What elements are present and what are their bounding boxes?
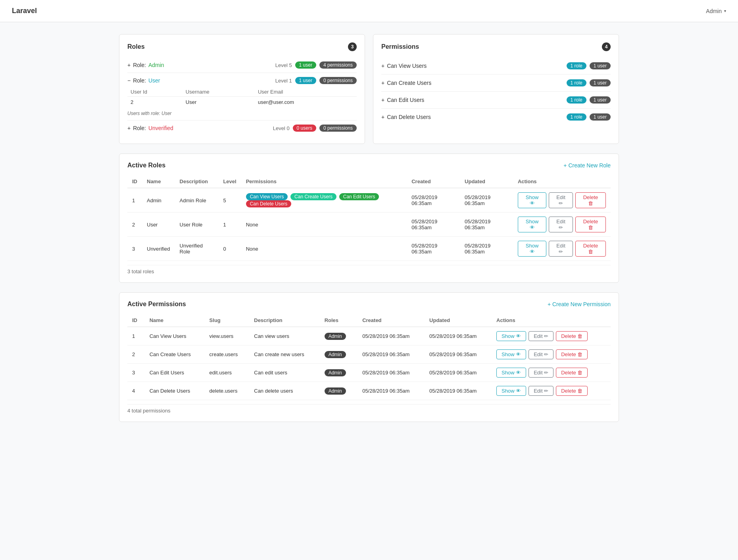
app-brand: Laravel: [12, 7, 37, 15]
perm-slug: view.users: [205, 327, 250, 345]
permission-name-edit: Can Edit Users: [387, 97, 424, 103]
edit-button[interactable]: Edit ✏: [549, 241, 573, 257]
roles-panel: Roles 3 + Role: Admin Level 5 1 user 4 p…: [119, 34, 365, 144]
role-users-badge-user: 1 user: [295, 77, 316, 84]
perm-roles: Admin: [320, 382, 358, 400]
row-actions: Show 👁 Edit ✏ Delete 🗑: [513, 213, 611, 237]
row-level: 1: [218, 213, 241, 237]
create-permission-link[interactable]: + Create New Permission: [548, 301, 611, 307]
table-row: 4 Can Delete Users delete.users Can dele…: [127, 382, 611, 400]
col-description: Description: [249, 314, 319, 327]
role-tag: Admin: [325, 387, 346, 395]
roles-table-header-row: ID Name Description Level Permissions Cr…: [127, 175, 611, 188]
perm-actions: Show 👁 Edit ✏ Delete 🗑: [492, 327, 611, 345]
show-button[interactable]: Show 👁: [496, 349, 526, 359]
row-created: 05/28/2019 06:35am: [407, 213, 460, 237]
edit-button[interactable]: Edit ✏: [529, 331, 554, 341]
role-permissions-badge-user: 0 permissions: [319, 77, 357, 84]
expand-icon-delete[interactable]: +: [381, 114, 384, 120]
perm-role-badge-delete: 1 role: [567, 113, 586, 121]
table-row: 2 User User Role 1 None 05/28/2019 06:35…: [127, 213, 611, 237]
perm-roles: Admin: [320, 345, 358, 364]
perm-user-badge-view: 1 user: [590, 62, 611, 69]
row-permissions: None: [241, 213, 407, 237]
role-name-admin[interactable]: Admin: [148, 62, 164, 68]
delete-button[interactable]: Delete 🗑: [575, 217, 606, 232]
role-meta-user: Level 1 1 user 0 permissions: [275, 77, 357, 84]
perm-name: Can View Users: [145, 327, 205, 345]
expand-icon-admin[interactable]: +: [127, 62, 131, 68]
expand-icon-edit[interactable]: +: [381, 97, 384, 103]
perm-created: 05/28/2019 06:35am: [357, 327, 425, 345]
permission-item-delete: + Can Delete Users 1 role 1 user: [381, 109, 611, 125]
role-tag: Admin: [325, 351, 346, 358]
perm-role-badge-create: 1 role: [567, 79, 586, 86]
row-updated: 05/28/2019 06:35am: [460, 237, 513, 261]
expand-icon-user[interactable]: −: [127, 77, 131, 84]
actions-cell: Show 👁 Edit ✏ Delete 🗑: [496, 386, 606, 396]
delete-button[interactable]: Delete 🗑: [575, 241, 606, 257]
col-roles: Roles: [320, 314, 358, 327]
perm-actions: Show 👁 Edit ✏ Delete 🗑: [492, 345, 611, 364]
actions-cell: Show 👁 Edit ✏ Delete 🗑: [518, 241, 606, 257]
edit-button[interactable]: Edit ✏: [549, 217, 573, 232]
perm-created: 05/28/2019 06:35am: [357, 382, 425, 400]
show-button[interactable]: Show 👁: [518, 241, 546, 257]
permissions-table-header-row: ID Name Slug Description Roles Created U…: [127, 314, 611, 327]
role-tag: Admin: [325, 333, 346, 340]
show-button[interactable]: Show 👁: [518, 192, 546, 208]
edit-button[interactable]: Edit ✏: [529, 368, 554, 378]
role-row-admin: + Role: Admin Level 5 1 user 4 permissio…: [127, 61, 357, 69]
expand-icon-view[interactable]: +: [381, 63, 384, 69]
user-table-header-username: Username: [183, 87, 255, 97]
perm-tag-create: Can Create Users: [290, 193, 336, 200]
role-name-unverified[interactable]: Unverified: [148, 125, 173, 131]
active-roles-header: Active Roles + Create New Role: [127, 162, 611, 169]
permission-meta-create: 1 role 1 user: [567, 79, 611, 86]
show-button[interactable]: Show 👁: [518, 217, 546, 232]
role-label-admin: + Role: Admin: [127, 62, 164, 68]
perm-actions: Show 👁 Edit ✏ Delete 🗑: [492, 382, 611, 400]
delete-button[interactable]: Delete 🗑: [556, 368, 588, 378]
perm-updated: 05/28/2019 06:35am: [425, 364, 492, 382]
role-level-user: Level 1: [275, 78, 292, 84]
row-level: 5: [218, 188, 241, 213]
delete-button[interactable]: Delete 🗑: [556, 349, 588, 359]
show-button[interactable]: Show 👁: [496, 331, 526, 341]
role-tag: Admin: [325, 369, 346, 376]
permissions-panel-title: Permissions: [381, 43, 419, 50]
edit-button[interactable]: Edit ✏: [529, 386, 554, 396]
navbar: Laravel Admin ▾: [0, 0, 738, 22]
show-button[interactable]: Show 👁: [496, 386, 526, 396]
delete-button[interactable]: Delete 🗑: [556, 386, 588, 396]
active-permissions-title: Active Permissions: [127, 301, 186, 308]
perm-role-badge-edit: 1 role: [567, 96, 586, 104]
perm-roles: Admin: [320, 364, 358, 382]
perm-slug: edit.users: [205, 364, 250, 382]
show-button[interactable]: Show 👁: [496, 368, 526, 378]
role-item-admin: + Role: Admin Level 5 1 user 4 permissio…: [127, 58, 357, 73]
perm-id: 3: [127, 364, 145, 382]
perm-updated: 05/28/2019 06:35am: [425, 382, 492, 400]
create-role-link[interactable]: + Create New Role: [563, 162, 611, 169]
perm-created: 05/28/2019 06:35am: [357, 345, 425, 364]
col-updated: Updated: [425, 314, 492, 327]
delete-button[interactable]: Delete 🗑: [556, 331, 588, 341]
user-menu[interactable]: Admin ▾: [706, 8, 726, 14]
role-name-user[interactable]: User: [148, 77, 160, 84]
col-permissions: Permissions: [241, 175, 407, 188]
role-level-admin: Level 5: [275, 62, 292, 68]
row-id: 1: [127, 188, 142, 213]
edit-button[interactable]: Edit ✏: [529, 349, 554, 359]
col-name: Name: [145, 314, 205, 327]
row-permissions: Can View Users Can Create Users Can Edit…: [241, 188, 407, 213]
delete-button[interactable]: Delete 🗑: [575, 192, 606, 208]
row-desc: Admin Role: [175, 188, 219, 213]
col-id: ID: [127, 314, 145, 327]
role-prefix-user: Role:: [133, 77, 146, 84]
role-meta-unverified: Level 0 0 users 0 permissions: [273, 125, 357, 132]
expand-icon-unverified[interactable]: +: [127, 125, 131, 131]
expand-icon-create[interactable]: +: [381, 80, 384, 86]
permission-meta-edit: 1 role 1 user: [567, 96, 611, 104]
edit-button[interactable]: Edit ✏: [549, 192, 573, 208]
